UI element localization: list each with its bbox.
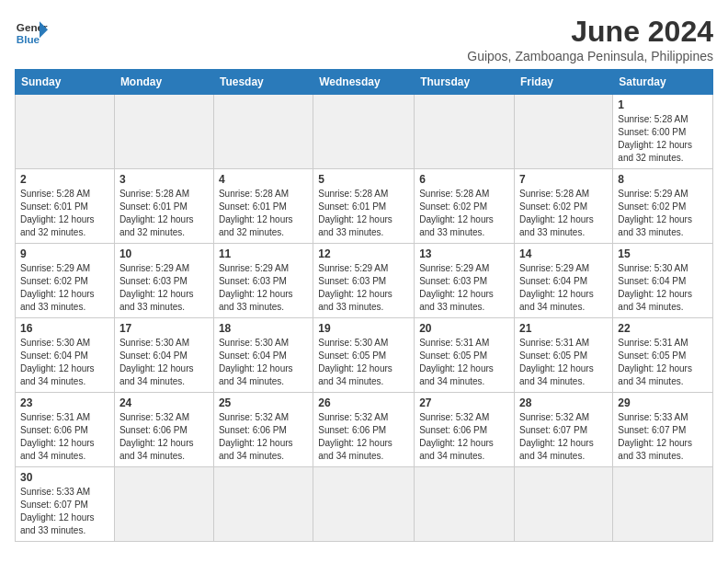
day-info: Sunrise: 5:29 AM Sunset: 6:03 PM Dayligh… (119, 262, 209, 314)
table-row (313, 95, 415, 169)
calendar-week-row: 2Sunrise: 5:28 AM Sunset: 6:01 PM Daylig… (16, 169, 713, 244)
day-info: Sunrise: 5:33 AM Sunset: 6:07 PM Dayligh… (20, 486, 109, 537)
day-number: 29 (618, 396, 708, 409)
day-number: 23 (20, 396, 109, 409)
header-monday: Monday (114, 70, 213, 95)
table-row: 11Sunrise: 5:29 AM Sunset: 6:03 PM Dayli… (213, 244, 313, 318)
header-saturday: Saturday (613, 70, 713, 95)
table-row: 24Sunrise: 5:32 AM Sunset: 6:06 PM Dayli… (114, 393, 213, 467)
day-number: 4 (219, 173, 308, 186)
table-row (213, 467, 313, 542)
day-number: 16 (20, 322, 109, 335)
calendar-table: Sunday Monday Tuesday Wednesday Thursday… (15, 69, 713, 542)
day-info: Sunrise: 5:29 AM Sunset: 6:03 PM Dayligh… (219, 262, 308, 314)
table-row: 18Sunrise: 5:30 AM Sunset: 6:04 PM Dayli… (213, 318, 313, 393)
table-row (415, 95, 515, 169)
day-info: Sunrise: 5:28 AM Sunset: 6:02 PM Dayligh… (519, 188, 608, 239)
day-info: Sunrise: 5:32 AM Sunset: 6:06 PM Dayligh… (219, 411, 308, 463)
day-number: 5 (318, 173, 409, 186)
day-number: 27 (419, 396, 509, 409)
day-number: 30 (20, 471, 109, 484)
table-row (213, 95, 313, 169)
day-number: 11 (219, 247, 308, 260)
day-info: Sunrise: 5:28 AM Sunset: 6:01 PM Dayligh… (20, 188, 109, 239)
day-number: 8 (618, 173, 708, 186)
day-info: Sunrise: 5:29 AM Sunset: 6:04 PM Dayligh… (519, 262, 608, 314)
table-row: 19Sunrise: 5:30 AM Sunset: 6:05 PM Dayli… (313, 318, 415, 393)
table-row: 4Sunrise: 5:28 AM Sunset: 6:01 PM Daylig… (213, 169, 313, 244)
day-info: Sunrise: 5:30 AM Sunset: 6:04 PM Dayligh… (20, 337, 109, 388)
table-row (114, 95, 213, 169)
day-number: 20 (419, 322, 509, 335)
day-number: 26 (318, 396, 409, 409)
day-number: 18 (219, 322, 308, 335)
calendar-week-row: 9Sunrise: 5:29 AM Sunset: 6:02 PM Daylig… (16, 244, 713, 318)
day-info: Sunrise: 5:30 AM Sunset: 6:05 PM Dayligh… (318, 337, 409, 388)
day-info: Sunrise: 5:31 AM Sunset: 6:06 PM Dayligh… (20, 411, 109, 463)
day-number: 25 (219, 396, 308, 409)
table-row: 26Sunrise: 5:32 AM Sunset: 6:06 PM Dayli… (313, 393, 415, 467)
location-subtitle: Guipos, Zamboanga Peninsula, Philippines (467, 49, 713, 63)
month-title: June 2024 (467, 15, 713, 49)
table-row (313, 467, 415, 542)
day-info: Sunrise: 5:31 AM Sunset: 6:05 PM Dayligh… (419, 337, 509, 388)
logo-icon: General Blue (15, 15, 48, 48)
day-number: 2 (20, 173, 109, 186)
day-number: 15 (618, 247, 708, 260)
day-info: Sunrise: 5:29 AM Sunset: 6:03 PM Dayligh… (419, 262, 509, 314)
table-row: 17Sunrise: 5:30 AM Sunset: 6:04 PM Dayli… (114, 318, 213, 393)
day-number: 14 (519, 247, 608, 260)
table-row (613, 467, 713, 542)
day-info: Sunrise: 5:32 AM Sunset: 6:06 PM Dayligh… (419, 411, 509, 463)
day-number: 10 (119, 247, 209, 260)
day-info: Sunrise: 5:28 AM Sunset: 6:01 PM Dayligh… (318, 188, 409, 239)
table-row: 25Sunrise: 5:32 AM Sunset: 6:06 PM Dayli… (213, 393, 313, 467)
table-row: 5Sunrise: 5:28 AM Sunset: 6:01 PM Daylig… (313, 169, 415, 244)
table-row: 20Sunrise: 5:31 AM Sunset: 6:05 PM Dayli… (415, 318, 515, 393)
header-wednesday: Wednesday (313, 70, 415, 95)
day-number: 3 (119, 173, 209, 186)
table-row: 30Sunrise: 5:33 AM Sunset: 6:07 PM Dayli… (16, 467, 115, 542)
day-number: 6 (419, 173, 509, 186)
logo: General Blue (15, 15, 48, 48)
table-row: 23Sunrise: 5:31 AM Sunset: 6:06 PM Dayli… (16, 393, 115, 467)
day-info: Sunrise: 5:32 AM Sunset: 6:06 PM Dayligh… (318, 411, 409, 463)
calendar-week-row: 16Sunrise: 5:30 AM Sunset: 6:04 PM Dayli… (16, 318, 713, 393)
day-number: 24 (119, 396, 209, 409)
day-info: Sunrise: 5:29 AM Sunset: 6:02 PM Dayligh… (618, 188, 708, 239)
header-sunday: Sunday (16, 70, 115, 95)
table-row (515, 467, 613, 542)
day-info: Sunrise: 5:29 AM Sunset: 6:02 PM Dayligh… (20, 262, 109, 314)
day-number: 19 (318, 322, 409, 335)
table-row: 13Sunrise: 5:29 AM Sunset: 6:03 PM Dayli… (415, 244, 515, 318)
table-row: 29Sunrise: 5:33 AM Sunset: 6:07 PM Dayli… (613, 393, 713, 467)
day-info: Sunrise: 5:32 AM Sunset: 6:06 PM Dayligh… (119, 411, 209, 463)
table-row: 10Sunrise: 5:29 AM Sunset: 6:03 PM Dayli… (114, 244, 213, 318)
day-number: 9 (20, 247, 109, 260)
day-info: Sunrise: 5:30 AM Sunset: 6:04 PM Dayligh… (219, 337, 308, 388)
table-row: 21Sunrise: 5:31 AM Sunset: 6:05 PM Dayli… (515, 318, 613, 393)
day-info: Sunrise: 5:32 AM Sunset: 6:07 PM Dayligh… (519, 411, 608, 463)
day-number: 17 (119, 322, 209, 335)
page-header: General Blue June 2024 Guipos, Zamboanga… (15, 15, 713, 63)
day-info: Sunrise: 5:31 AM Sunset: 6:05 PM Dayligh… (519, 337, 608, 388)
table-row: 16Sunrise: 5:30 AM Sunset: 6:04 PM Dayli… (16, 318, 115, 393)
table-row: 14Sunrise: 5:29 AM Sunset: 6:04 PM Dayli… (515, 244, 613, 318)
calendar-week-row: 1Sunrise: 5:28 AM Sunset: 6:00 PM Daylig… (16, 95, 713, 169)
header-friday: Friday (515, 70, 613, 95)
table-row: 22Sunrise: 5:31 AM Sunset: 6:05 PM Dayli… (613, 318, 713, 393)
table-row: 1Sunrise: 5:28 AM Sunset: 6:00 PM Daylig… (613, 95, 713, 169)
day-info: Sunrise: 5:28 AM Sunset: 6:01 PM Dayligh… (119, 188, 209, 239)
table-row: 15Sunrise: 5:30 AM Sunset: 6:04 PM Dayli… (613, 244, 713, 318)
table-row: 9Sunrise: 5:29 AM Sunset: 6:02 PM Daylig… (16, 244, 115, 318)
table-row (16, 95, 115, 169)
table-row: 8Sunrise: 5:29 AM Sunset: 6:02 PM Daylig… (613, 169, 713, 244)
table-row: 6Sunrise: 5:28 AM Sunset: 6:02 PM Daylig… (415, 169, 515, 244)
day-info: Sunrise: 5:29 AM Sunset: 6:03 PM Dayligh… (318, 262, 409, 314)
table-row: 2Sunrise: 5:28 AM Sunset: 6:01 PM Daylig… (16, 169, 115, 244)
day-number: 22 (618, 322, 708, 335)
day-number: 28 (519, 396, 608, 409)
day-info: Sunrise: 5:30 AM Sunset: 6:04 PM Dayligh… (618, 262, 708, 314)
calendar-week-row: 30Sunrise: 5:33 AM Sunset: 6:07 PM Dayli… (16, 467, 713, 542)
table-row: 3Sunrise: 5:28 AM Sunset: 6:01 PM Daylig… (114, 169, 213, 244)
